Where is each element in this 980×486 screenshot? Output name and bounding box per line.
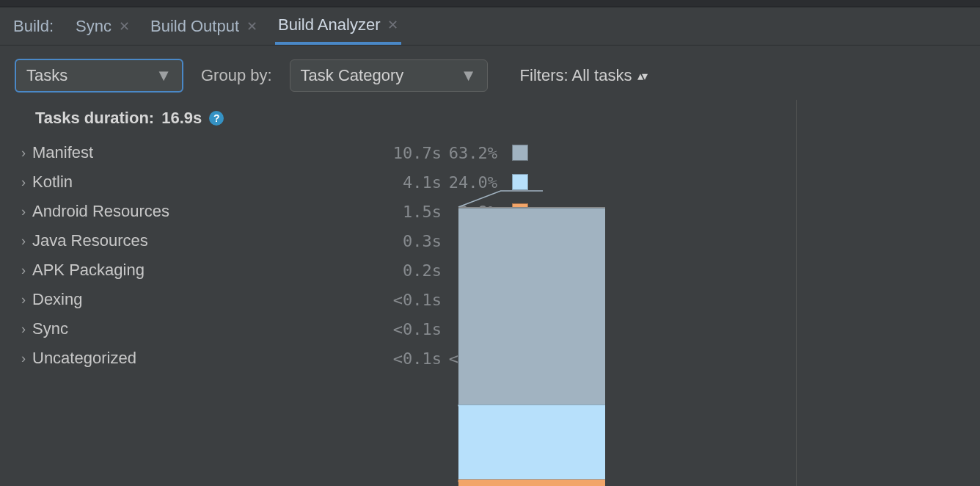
- task-name: Android Resources: [32, 202, 376, 221]
- task-name: APK Packaging: [32, 261, 376, 280]
- chevron-right-icon[interactable]: ›: [15, 322, 32, 337]
- chevron-right-icon[interactable]: ›: [15, 292, 32, 308]
- bar-segment: [458, 405, 605, 479]
- task-time: <0.1s: [376, 291, 442, 309]
- chevron-right-icon[interactable]: ›: [15, 233, 32, 249]
- task-row[interactable]: ›Uncategorized<0.1s<0.1%: [15, 344, 528, 373]
- chevron-right-icon[interactable]: ›: [15, 351, 32, 366]
- duration-label: Tasks duration:: [35, 109, 154, 128]
- task-row[interactable]: ›Sync<0.1s0.2%: [15, 314, 528, 344]
- chevron-right-icon[interactable]: ›: [15, 175, 32, 190]
- sort-icon: ▴▾: [637, 69, 646, 83]
- dropdown-value: Task Category: [301, 66, 404, 85]
- group-by-dropdown[interactable]: Task Category ▼: [290, 59, 488, 92]
- task-time: 10.7s: [376, 144, 442, 162]
- view-dropdown[interactable]: Tasks ▼: [15, 59, 183, 93]
- task-row[interactable]: ›Android Resources1.5s8.8%: [15, 197, 528, 226]
- tabs-prefix: Build:: [13, 17, 54, 36]
- task-row[interactable]: ›Java Resources0.3s2.0%: [15, 226, 528, 255]
- task-time: <0.1s: [376, 320, 442, 338]
- bar-segment: [458, 479, 605, 486]
- task-time: 1.5s: [376, 203, 442, 221]
- task-percent: 24.0%: [442, 173, 508, 192]
- color-swatch: [512, 174, 528, 190]
- top-strip: [0, 0, 980, 7]
- task-row[interactable]: ›Manifest10.7s63.2%: [15, 138, 528, 167]
- task-row[interactable]: ›APK Packaging0.2s1.4%: [15, 255, 528, 285]
- toolbar: Tasks ▼ Group by: Task Category ▼ Filter…: [0, 46, 980, 100]
- tab-label: Build Analyzer: [278, 15, 380, 35]
- content: Tasks duration: 16.9s ? ›Manifest10.7s63…: [0, 100, 980, 486]
- task-name: Java Resources: [32, 231, 376, 250]
- task-name: Sync: [32, 319, 376, 338]
- help-icon[interactable]: ?: [209, 111, 224, 126]
- task-name: Uncategorized: [32, 349, 376, 368]
- tab-sync[interactable]: Sync ✕: [73, 7, 133, 45]
- filters-label: Filters: All tasks: [520, 66, 632, 85]
- chevron-right-icon[interactable]: ›: [15, 204, 32, 220]
- tabs-row: Build: Sync ✕ Build Output ✕ Build Analy…: [0, 7, 980, 46]
- bar-segment: [458, 208, 605, 405]
- task-name: Manifest: [32, 143, 376, 162]
- tab-label: Sync: [76, 17, 111, 36]
- task-time: 0.3s: [376, 232, 442, 250]
- right-pane: [797, 100, 980, 486]
- task-percent: 63.2%: [442, 144, 508, 162]
- stacked-bar-chart: [458, 207, 605, 486]
- close-icon[interactable]: ✕: [246, 18, 257, 35]
- task-row[interactable]: ›Dexing<0.1s0.5%: [15, 285, 528, 314]
- task-name: Kotlin: [32, 173, 376, 192]
- tab-build-analyzer[interactable]: Build Analyzer ✕: [275, 7, 401, 45]
- dropdown-value: Tasks: [26, 66, 67, 85]
- tab-build-output[interactable]: Build Output ✕: [147, 7, 260, 45]
- tab-label: Build Output: [150, 17, 239, 36]
- task-name: Dexing: [32, 290, 376, 309]
- task-time: 4.1s: [376, 173, 442, 192]
- task-time: <0.1s: [376, 349, 442, 368]
- close-icon[interactable]: ✕: [387, 17, 398, 33]
- left-pane: Tasks duration: 16.9s ? ›Manifest10.7s63…: [0, 100, 797, 486]
- group-by-label: Group by:: [201, 66, 272, 85]
- close-icon[interactable]: ✕: [119, 18, 130, 35]
- chevron-down-icon: ▼: [156, 66, 172, 85]
- color-swatch: [512, 145, 528, 161]
- task-row[interactable]: ›Kotlin4.1s24.0%: [15, 167, 528, 197]
- duration-header: Tasks duration: 16.9s ?: [35, 109, 781, 128]
- filters-control[interactable]: Filters: All tasks ▴▾: [520, 66, 647, 85]
- chevron-right-icon[interactable]: ›: [15, 145, 32, 161]
- chevron-right-icon[interactable]: ›: [15, 263, 32, 278]
- duration-value: 16.9s: [161, 109, 202, 128]
- task-list: ›Manifest10.7s63.2%›Kotlin4.1s24.0%›Andr…: [15, 138, 528, 373]
- chevron-down-icon: ▼: [461, 66, 477, 85]
- task-time: 0.2s: [376, 261, 442, 280]
